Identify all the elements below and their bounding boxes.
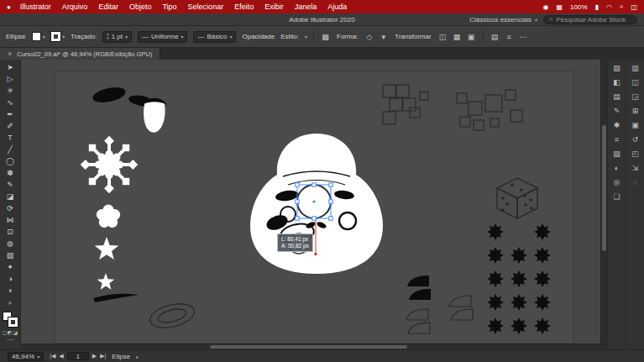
rotate-tool-icon[interactable]: ⟳: [2, 202, 19, 214]
transform-label[interactable]: Transformar: [395, 33, 431, 40]
pathfinder-panel-icon[interactable]: ◲: [631, 92, 639, 101]
align-panel-icon[interactable]: ◫: [631, 78, 639, 87]
menubar-item[interactable]: Selecionar: [188, 3, 224, 11]
free-transform-tool-icon[interactable]: ⊡: [2, 226, 19, 238]
menubar-item[interactable]: Exibir: [264, 3, 284, 11]
menubar-item[interactable]: Tipo: [162, 3, 176, 11]
eraser-tool-icon[interactable]: ◪: [2, 191, 19, 202]
horizontal-scrollbar[interactable]: [21, 344, 607, 349]
lasso-tool-icon[interactable]: ∿: [2, 97, 19, 108]
chevron-down-icon[interactable]: ▾: [43, 34, 45, 39]
distribute-icon[interactable]: ▦: [452, 33, 463, 41]
close-icon[interactable]: ×: [8, 50, 12, 58]
pencil-tool-icon[interactable]: ✎: [2, 179, 19, 191]
width-tool-icon[interactable]: ⋈: [2, 214, 19, 226]
chevron-down-icon[interactable]: ▾: [62, 34, 65, 39]
menubar-item[interactable]: Efeito: [234, 3, 254, 11]
menubar-item[interactable]: Editar: [98, 3, 118, 11]
properties-panel-icon[interactable]: ▣: [631, 121, 639, 129]
vertical-scrollbar[interactable]: [600, 60, 607, 344]
history-panel-icon[interactable]: ↺: [632, 135, 639, 144]
nine-dots-icon[interactable]: ▩: [320, 33, 331, 41]
shape-widget-icon[interactable]: ◇: [364, 33, 374, 41]
stroke-color-swatch[interactable]: [51, 32, 60, 41]
pen-tool-icon[interactable]: ✒: [2, 108, 19, 120]
brush-dropdown[interactable]: — Básico ▾: [193, 31, 236, 43]
type-tool-icon[interactable]: T: [2, 132, 19, 144]
style-label[interactable]: Estilo:: [280, 33, 299, 40]
draw-normal-icon[interactable]: ◻: [3, 329, 7, 335]
blend-tool-icon[interactable]: ◑: [2, 273, 19, 285]
fill-color-swatch[interactable]: [32, 32, 41, 41]
horizontal-scrollbar-thumb[interactable]: [210, 345, 407, 349]
zoom-tool-icon[interactable]: ⌕: [2, 296, 19, 308]
document-tab[interactable]: × Curso02_09.ai* @ 46,94% (RGB/Exibição …: [0, 48, 160, 60]
comments-panel-icon[interactable]: ◌: [633, 178, 637, 186]
selection-tool-icon[interactable]: ➤: [2, 61, 19, 73]
symbols-panel-icon[interactable]: ✱: [614, 121, 620, 129]
layers-panel-icon[interactable]: ❏: [613, 192, 620, 201]
menubar-item[interactable]: Janela: [295, 3, 317, 11]
stepper-arrows[interactable]: ▴ ▾: [107, 33, 108, 40]
chevron-down-icon[interactable]: ▾: [125, 34, 128, 39]
hand-tool-icon[interactable]: ◖: [2, 285, 19, 296]
shape-chevron-icon[interactable]: ▾: [378, 33, 389, 41]
spotlight-icon[interactable]: ⌕: [620, 3, 623, 11]
last-artboard-icon[interactable]: ▶|: [100, 353, 106, 359]
swatches-panel-icon[interactable]: ▤: [613, 92, 620, 101]
libraries-panel-icon[interactable]: ▥: [631, 64, 639, 72]
battery-percent[interactable]: 100%: [570, 3, 587, 11]
vertical-scrollbar-thumb[interactable]: [602, 125, 606, 251]
paintbrush-tool-icon[interactable]: ✽: [2, 167, 19, 179]
align-icon[interactable]: ◫: [437, 33, 448, 41]
direct-selection-tool-icon[interactable]: ▷: [2, 73, 19, 85]
next-artboard-icon[interactable]: ▶: [92, 353, 97, 359]
gradient-tool-icon[interactable]: ▧: [2, 249, 19, 261]
stroke-weight-field[interactable]: ▴ ▾ 1 pt ▾: [102, 31, 132, 43]
magic-wand-tool-icon[interactable]: ✳: [2, 85, 19, 97]
more-options-icon[interactable]: ⋯: [518, 33, 529, 41]
curvature-tool-icon[interactable]: ✐: [2, 120, 19, 132]
chevron-down-icon[interactable]: ▾: [305, 34, 307, 39]
options-icon[interactable]: ≡: [504, 33, 515, 41]
stroke-swatch[interactable]: [8, 317, 18, 327]
edit-toolbar-button[interactable]: ⋯: [7, 336, 13, 344]
color-panel-icon[interactable]: ▧: [613, 64, 620, 72]
draw-behind-icon[interactable]: ◩: [8, 329, 13, 335]
width-profile-dropdown[interactable]: — Uniforme ▾: [138, 31, 187, 43]
keyboard-icon[interactable]: ▦: [557, 3, 563, 11]
gradient-panel-icon[interactable]: ▨: [613, 150, 620, 158]
brushes-panel-icon[interactable]: ✎: [614, 107, 620, 115]
snowflake-shape[interactable]: [81, 136, 138, 193]
first-artboard-icon[interactable]: |◀: [50, 353, 55, 359]
shape-builder-tool-icon[interactable]: ◍: [2, 238, 19, 249]
zoom-control[interactable]: 46,94% ▾: [8, 352, 44, 361]
canvas[interactable]: L: 80,41 px A: 50,82 px: [21, 60, 600, 344]
isolate-mode-icon[interactable]: ▤: [490, 33, 500, 41]
battery-icon[interactable]: ▮: [595, 3, 599, 11]
transparency-panel-icon[interactable]: ◐: [615, 164, 619, 172]
transform-panel-icon[interactable]: ⊞: [632, 107, 639, 115]
workspace-switcher[interactable]: Clássicos essenciais ▾: [469, 16, 537, 24]
color-guide-panel-icon[interactable]: ◧: [613, 78, 620, 87]
eyedropper-tool-icon[interactable]: ✦: [2, 261, 19, 273]
ellipse-tool-icon[interactable]: ◯: [2, 155, 19, 167]
stroke-panel-icon[interactable]: ≡: [615, 135, 619, 144]
menubar-item[interactable]: Arquivo: [62, 3, 88, 11]
line-segment-tool-icon[interactable]: ╱: [2, 144, 19, 155]
menubar-item[interactable]: Objeto: [129, 3, 152, 11]
artboard-number-field[interactable]: 1: [67, 352, 89, 360]
fill-stroke-swatches[interactable]: [2, 311, 18, 328]
artboards-panel-icon[interactable]: ◰: [631, 150, 639, 158]
control-center-icon[interactable]: ◫: [631, 3, 637, 11]
asset-export-panel-icon[interactable]: ⇲: [632, 164, 639, 172]
apple-menu-icon[interactable]: ●: [7, 3, 11, 11]
stroke-weight-label[interactable]: Traçado:: [71, 33, 97, 40]
draw-inside-icon[interactable]: ◪: [13, 329, 18, 335]
previous-artboard-icon[interactable]: ◀: [59, 353, 63, 359]
stock-search-input[interactable]: ⌕ Pesquisar Adobe Stock: [543, 15, 637, 24]
screen-record-icon[interactable]: ◉: [543, 3, 549, 11]
appearance-panel-icon[interactable]: ◎: [614, 178, 620, 186]
wifi-icon[interactable]: ◠: [606, 3, 612, 11]
stepper-down-icon[interactable]: ▾: [107, 37, 108, 41]
